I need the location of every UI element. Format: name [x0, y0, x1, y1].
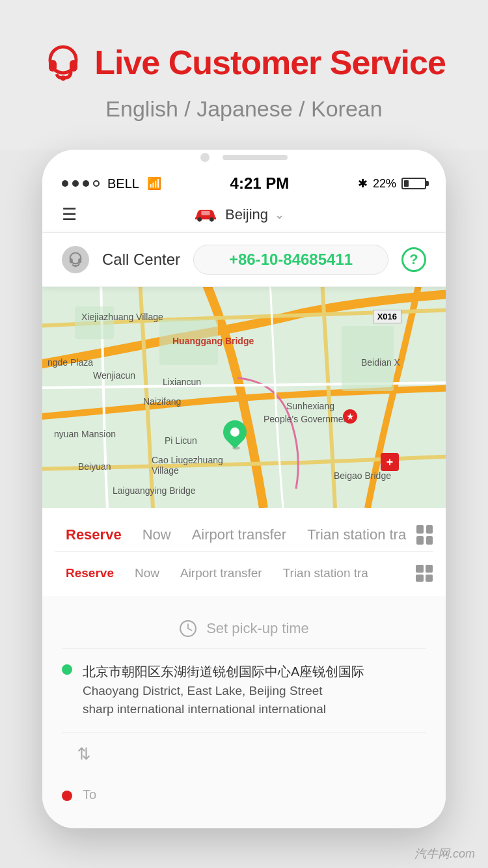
svg-point-3 — [61, 75, 66, 81]
tab2-grid-icon[interactable] — [416, 565, 433, 582]
tab2-now[interactable]: Now — [124, 561, 170, 586]
phone-camera — [200, 153, 210, 162]
signal-dot-3 — [83, 180, 89, 187]
wifi-icon: 📶 — [147, 176, 161, 191]
headline: Live Customer Service — [42, 42, 446, 83]
svg-rect-1 — [49, 60, 57, 72]
swap-row — [62, 733, 426, 774]
to-location-row[interactable]: To — [62, 774, 426, 815]
phone-speaker — [223, 155, 288, 160]
plus-marker[interactable]: + — [381, 453, 399, 471]
form-section: Set pick-up time 北京市朝阳区东湖街道锐创国际中心A座锐创国际 … — [42, 596, 446, 828]
map-label-beiyuan: Beiyuan — [78, 461, 111, 472]
grid-dot-2 — [426, 525, 433, 534]
map-label-lixi: Lixiancun — [163, 377, 201, 387]
watermark: 汽牛网.com — [414, 846, 475, 861]
battery-bar — [401, 178, 426, 189]
tabs-container: Reserve Now Airport transfer Trian stati… — [42, 508, 446, 596]
car-icon — [193, 208, 219, 222]
map-label-naizi: Naizifang — [143, 396, 181, 407]
map-label-laiguang: Laiguangying Bridge — [113, 485, 196, 496]
bluetooth-icon: ✱ — [358, 176, 368, 191]
map-label-cao: Cao LiugezhuangVillage — [152, 455, 223, 476]
map-label-beidian: Beidian X — [361, 357, 400, 368]
pickup-time-label: Set pick-up time — [206, 620, 309, 637]
watermark-text: 汽牛网.com — [414, 847, 475, 860]
status-bar: BELL 📶 4:21 PM ✱ 22% — [42, 165, 446, 198]
tabs-row-2: Reserve Now Airport transfer Trian stati… — [55, 551, 433, 586]
tab2-reserve[interactable]: Reserve — [55, 561, 124, 586]
status-time: 4:21 PM — [230, 174, 290, 193]
map-label-xiejia: Xiejiazhuang Village — [81, 312, 163, 322]
map-label-ngde: ngde Plaza — [47, 357, 93, 368]
tabs-row-1: Reserve Now Airport transfer Trian stati… — [55, 521, 433, 549]
road-marker-x016: X016 — [373, 310, 401, 323]
to-dot — [62, 791, 72, 801]
svg-rect-2 — [70, 60, 77, 72]
headline-subtitle: English / Japanese / Korean — [105, 96, 382, 122]
to-label: To — [83, 787, 96, 802]
map-pin — [223, 420, 249, 450]
tab2-airport[interactable]: Airport transfer — [170, 561, 273, 586]
svg-point-4 — [197, 217, 202, 222]
call-center-label: Call Center — [102, 251, 180, 269]
headset-icon — [42, 42, 84, 83]
map-label-beigao: Beigao Bridge — [334, 470, 391, 481]
call-center-bar: Call Center +86-10-84685411 ? — [42, 233, 446, 287]
signal-dot-1 — [62, 180, 68, 187]
svg-rect-8 — [70, 258, 73, 264]
battery-fill — [404, 180, 409, 187]
call-icon — [62, 246, 89, 273]
map-label-gov: People's Government — [264, 414, 351, 424]
phone-number-button[interactable]: +86-10-84685411 — [193, 245, 388, 275]
menu-icon[interactable]: ☰ — [62, 204, 77, 224]
city-name: Beijing — [225, 206, 268, 223]
dropdown-arrow[interactable]: ⌄ — [275, 208, 284, 222]
battery-percent: 22% — [373, 177, 396, 191]
from-location-row[interactable]: 北京市朝阳区东湖街道锐创国际中心A座锐创国际 Chaoyang District… — [62, 649, 426, 733]
svg-rect-9 — [78, 258, 81, 264]
swap-icon[interactable] — [64, 738, 93, 769]
map-area[interactable]: Xiejiazhuang Village Huanggang Bridge ng… — [42, 287, 446, 508]
from-location-english: Chaoyang District, East Lake, Beijing St… — [83, 684, 326, 716]
nav-bar: ☰ Beijing ⌄ — [42, 198, 446, 233]
map-label-pilicun: Pi Licun — [165, 435, 197, 446]
tab-now[interactable]: Now — [132, 521, 182, 549]
grid-dot-4 — [426, 536, 433, 545]
clock-icon — [179, 619, 197, 638]
grid2-dot-2 — [426, 565, 433, 573]
tab-grid-icon[interactable] — [416, 525, 433, 545]
tab2-train[interactable]: Trian station tra — [273, 561, 379, 586]
svg-point-5 — [210, 217, 214, 222]
top-section: Live Customer Service English / Japanese… — [0, 0, 488, 150]
sort-icon — [75, 744, 93, 763]
tab-train[interactable]: Trian station tra — [297, 521, 416, 549]
svg-point-10 — [74, 265, 77, 267]
tab-airport-transfer[interactable]: Airport transfer — [182, 521, 297, 549]
grid2-dot-4 — [426, 575, 433, 582]
headline-title: Live Customer Service — [94, 43, 446, 82]
signal-dot-4 — [93, 180, 100, 187]
svg-line-16 — [188, 629, 192, 631]
map-label-sunhe: Sunhexiang — [286, 401, 334, 411]
status-left: BELL 📶 — [62, 176, 161, 191]
grid-dot-1 — [416, 525, 423, 534]
help-button[interactable]: ? — [401, 247, 426, 272]
map-label-wenjia: Wenjiacun — [93, 370, 135, 381]
nav-center: Beijing ⌄ — [193, 206, 284, 223]
phone-mockup: BELL 📶 4:21 PM ✱ 22% ☰ Beijing ⌄ — [42, 150, 446, 828]
headset-small-icon — [66, 251, 85, 269]
from-location-text: 北京市朝阳区东湖街道锐创国际中心A座锐创国际 Chaoyang District… — [83, 662, 364, 719]
signal-dot-2 — [72, 180, 79, 187]
map-label-nyuan: nyuan Mansion — [54, 429, 116, 439]
map-background: Xiejiazhuang Village Huanggang Bridge ng… — [42, 287, 446, 508]
status-right: ✱ 22% — [358, 176, 426, 191]
from-dot — [62, 664, 72, 675]
tab-reserve[interactable]: Reserve — [55, 521, 132, 549]
carrier-name: BELL — [107, 176, 139, 191]
pickup-time-row[interactable]: Set pick-up time — [62, 609, 426, 649]
grid-dot-3 — [416, 536, 423, 545]
star-marker: ★ — [343, 409, 357, 424]
grid2-dot-3 — [416, 575, 424, 582]
map-label-huanggang: Huanggang Bridge — [172, 336, 254, 346]
